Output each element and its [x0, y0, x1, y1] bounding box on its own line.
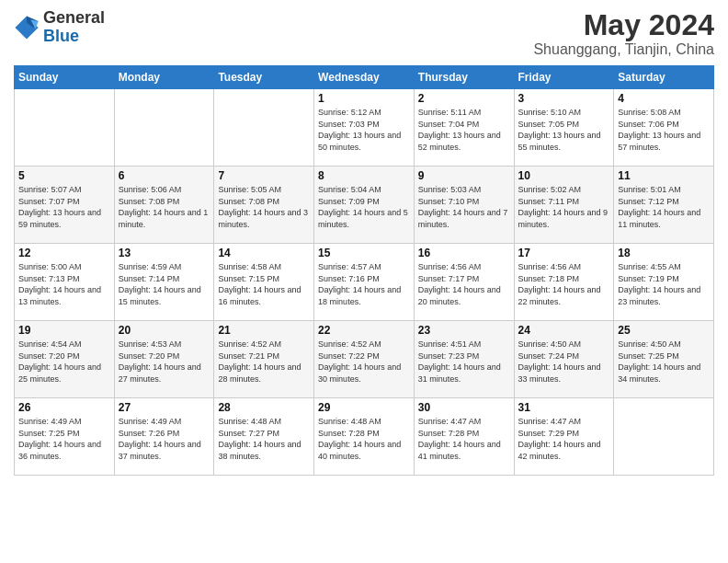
- logo-blue-text: Blue: [43, 28, 105, 46]
- week-row-2: 5Sunrise: 5:07 AM Sunset: 7:07 PM Daylig…: [15, 167, 714, 244]
- logo-text: General Blue: [43, 9, 105, 46]
- day-info: Sunrise: 4:52 AM Sunset: 7:21 PM Dayligh…: [218, 339, 310, 385]
- day-number: 7: [218, 169, 310, 182]
- day-info: Sunrise: 4:56 AM Sunset: 7:18 PM Dayligh…: [518, 261, 610, 307]
- day-number: 14: [218, 247, 310, 259]
- weekday-header-monday: Monday: [114, 66, 214, 89]
- day-number: 27: [119, 401, 210, 414]
- day-info: Sunrise: 5:00 AM Sunset: 7:13 PM Dayligh…: [18, 261, 110, 307]
- day-number: 30: [418, 401, 510, 414]
- day-number: 3: [518, 92, 610, 105]
- day-info: Sunrise: 5:12 AM Sunset: 7:03 PM Dayligh…: [318, 107, 410, 153]
- week-row-5: 26Sunrise: 4:49 AM Sunset: 7:25 PM Dayli…: [15, 398, 714, 476]
- day-number: 12: [18, 247, 110, 259]
- day-number: 4: [618, 92, 710, 105]
- day-info: Sunrise: 4:47 AM Sunset: 7:29 PM Dayligh…: [518, 416, 610, 462]
- day-number: 10: [518, 169, 610, 182]
- day-cell: 24Sunrise: 4:50 AM Sunset: 7:24 PM Dayli…: [514, 321, 614, 398]
- day-number: 13: [119, 247, 210, 259]
- day-info: Sunrise: 5:10 AM Sunset: 7:05 PM Dayligh…: [518, 107, 610, 153]
- day-number: 19: [18, 324, 110, 337]
- day-cell: 1Sunrise: 5:12 AM Sunset: 7:03 PM Daylig…: [314, 89, 415, 167]
- day-info: Sunrise: 4:53 AM Sunset: 7:20 PM Dayligh…: [119, 339, 210, 385]
- day-number: 1: [318, 92, 410, 105]
- day-info: Sunrise: 5:02 AM Sunset: 7:11 PM Dayligh…: [518, 184, 610, 230]
- title-block: May 2024 Shuanggang, Tianjin, China: [533, 9, 714, 58]
- weekday-header-tuesday: Tuesday: [214, 66, 314, 89]
- day-number: 5: [18, 169, 110, 182]
- logo-general-text: General: [43, 9, 105, 28]
- day-number: 21: [218, 324, 310, 337]
- day-info: Sunrise: 4:51 AM Sunset: 7:23 PM Dayligh…: [418, 339, 510, 385]
- day-cell: 21Sunrise: 4:52 AM Sunset: 7:21 PM Dayli…: [214, 321, 314, 398]
- day-number: 15: [318, 247, 410, 259]
- day-number: 26: [18, 401, 110, 414]
- day-info: Sunrise: 4:59 AM Sunset: 7:14 PM Dayligh…: [119, 261, 210, 307]
- day-cell: [15, 89, 115, 167]
- day-info: Sunrise: 4:52 AM Sunset: 7:22 PM Dayligh…: [318, 339, 410, 385]
- day-cell: 26Sunrise: 4:49 AM Sunset: 7:25 PM Dayli…: [15, 398, 115, 476]
- day-cell: 18Sunrise: 4:55 AM Sunset: 7:19 PM Dayli…: [614, 244, 714, 321]
- month-year: May 2024: [533, 9, 714, 41]
- day-number: 11: [618, 169, 710, 182]
- day-info: Sunrise: 5:01 AM Sunset: 7:12 PM Dayligh…: [618, 184, 710, 230]
- day-info: Sunrise: 5:03 AM Sunset: 7:10 PM Dayligh…: [418, 184, 510, 230]
- day-number: 18: [618, 247, 710, 259]
- day-cell: 14Sunrise: 4:58 AM Sunset: 7:15 PM Dayli…: [214, 244, 314, 321]
- week-row-4: 19Sunrise: 4:54 AM Sunset: 7:20 PM Dayli…: [15, 321, 714, 398]
- day-info: Sunrise: 5:07 AM Sunset: 7:07 PM Dayligh…: [18, 184, 110, 230]
- day-cell: 10Sunrise: 5:02 AM Sunset: 7:11 PM Dayli…: [514, 167, 614, 244]
- weekday-header-thursday: Thursday: [414, 66, 514, 89]
- day-number: 28: [218, 401, 310, 414]
- day-number: 6: [119, 169, 210, 182]
- day-info: Sunrise: 5:05 AM Sunset: 7:08 PM Dayligh…: [218, 184, 310, 230]
- day-cell: [614, 398, 714, 476]
- weekday-header-sunday: Sunday: [15, 66, 115, 89]
- week-row-1: 1Sunrise: 5:12 AM Sunset: 7:03 PM Daylig…: [15, 89, 714, 167]
- day-cell: 15Sunrise: 4:57 AM Sunset: 7:16 PM Dayli…: [314, 244, 415, 321]
- day-info: Sunrise: 4:56 AM Sunset: 7:17 PM Dayligh…: [418, 261, 510, 307]
- day-cell: [114, 89, 214, 167]
- day-cell: 6Sunrise: 5:06 AM Sunset: 7:08 PM Daylig…: [114, 167, 214, 244]
- day-info: Sunrise: 4:49 AM Sunset: 7:26 PM Dayligh…: [119, 416, 210, 462]
- day-number: 31: [518, 401, 610, 414]
- day-info: Sunrise: 4:54 AM Sunset: 7:20 PM Dayligh…: [18, 339, 110, 385]
- day-cell: 23Sunrise: 4:51 AM Sunset: 7:23 PM Dayli…: [414, 321, 514, 398]
- day-info: Sunrise: 4:57 AM Sunset: 7:16 PM Dayligh…: [318, 261, 410, 307]
- day-number: 2: [418, 92, 510, 105]
- day-number: 24: [518, 324, 610, 337]
- day-number: 16: [418, 247, 510, 259]
- logo-icon: [14, 15, 40, 40]
- day-info: Sunrise: 4:55 AM Sunset: 7:19 PM Dayligh…: [618, 261, 710, 307]
- calendar: SundayMondayTuesdayWednesdayThursdayFrid…: [14, 65, 714, 476]
- day-number: 17: [518, 247, 610, 259]
- day-info: Sunrise: 4:49 AM Sunset: 7:25 PM Dayligh…: [18, 416, 110, 462]
- day-cell: 13Sunrise: 4:59 AM Sunset: 7:14 PM Dayli…: [114, 244, 214, 321]
- weekday-header-saturday: Saturday: [614, 66, 714, 89]
- day-cell: 27Sunrise: 4:49 AM Sunset: 7:26 PM Dayli…: [114, 398, 214, 476]
- day-cell: [214, 89, 314, 167]
- day-number: 25: [618, 324, 710, 337]
- day-cell: 16Sunrise: 4:56 AM Sunset: 7:17 PM Dayli…: [414, 244, 514, 321]
- week-row-3: 12Sunrise: 5:00 AM Sunset: 7:13 PM Dayli…: [15, 244, 714, 321]
- day-cell: 4Sunrise: 5:08 AM Sunset: 7:06 PM Daylig…: [614, 89, 714, 167]
- location: Shuanggang, Tianjin, China: [533, 41, 714, 58]
- day-info: Sunrise: 4:58 AM Sunset: 7:15 PM Dayligh…: [218, 261, 310, 307]
- weekday-header-row: SundayMondayTuesdayWednesdayThursdayFrid…: [15, 66, 714, 89]
- day-info: Sunrise: 5:08 AM Sunset: 7:06 PM Dayligh…: [618, 107, 710, 153]
- day-number: 20: [119, 324, 210, 337]
- day-cell: 25Sunrise: 4:50 AM Sunset: 7:25 PM Dayli…: [614, 321, 714, 398]
- day-cell: 19Sunrise: 4:54 AM Sunset: 7:20 PM Dayli…: [15, 321, 115, 398]
- day-cell: 5Sunrise: 5:07 AM Sunset: 7:07 PM Daylig…: [15, 167, 115, 244]
- day-cell: 3Sunrise: 5:10 AM Sunset: 7:05 PM Daylig…: [514, 89, 614, 167]
- day-info: Sunrise: 4:48 AM Sunset: 7:28 PM Dayligh…: [318, 416, 410, 462]
- day-cell: 28Sunrise: 4:48 AM Sunset: 7:27 PM Dayli…: [214, 398, 314, 476]
- day-cell: 17Sunrise: 4:56 AM Sunset: 7:18 PM Dayli…: [514, 244, 614, 321]
- logo: General Blue: [14, 9, 105, 46]
- day-info: Sunrise: 5:04 AM Sunset: 7:09 PM Dayligh…: [318, 184, 410, 230]
- day-cell: 20Sunrise: 4:53 AM Sunset: 7:20 PM Dayli…: [114, 321, 214, 398]
- day-info: Sunrise: 4:48 AM Sunset: 7:27 PM Dayligh…: [218, 416, 310, 462]
- weekday-header-wednesday: Wednesday: [314, 66, 415, 89]
- day-cell: 30Sunrise: 4:47 AM Sunset: 7:28 PM Dayli…: [414, 398, 514, 476]
- day-number: 29: [318, 401, 410, 414]
